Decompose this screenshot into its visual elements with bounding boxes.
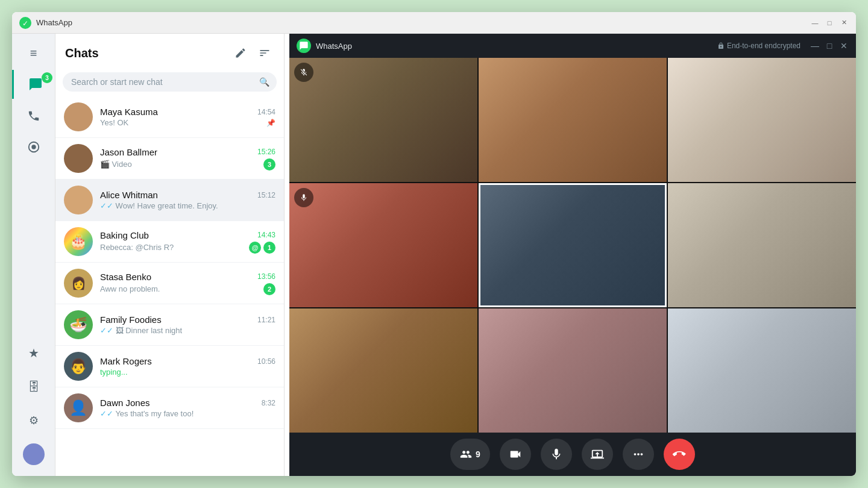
video-app-logo: [297, 39, 311, 53]
main-title-bar: ✓ WhatsApp — □ ✕: [12, 12, 856, 34]
video-title-bar: WhatsApp End-to-end endcrypted — □ ✕: [289, 34, 856, 58]
video-minimize-button[interactable]: —: [810, 41, 820, 51]
main-title: WhatsApp: [36, 18, 810, 27]
close-button[interactable]: ✕: [839, 18, 849, 28]
chat-name-jason: Jason Ballmer: [100, 147, 157, 157]
chat-time-alice: 15:12: [257, 191, 275, 199]
chat-name-alice: Alice Whitman: [100, 190, 158, 200]
new-chat-button[interactable]: [231, 43, 250, 63]
sidebar-item-archive[interactable]: 🗄: [19, 372, 48, 401]
maximize-button[interactable]: □: [825, 18, 834, 28]
sidebar-item-starred[interactable]: ★: [19, 339, 48, 368]
window-controls: — □ ✕: [810, 18, 849, 28]
participants-button[interactable]: 9: [450, 439, 490, 470]
chat-info-maya: Maya Kasuma 14:54 Yes! OK 📌: [100, 107, 275, 127]
chat-item-stasa[interactable]: 👩 Stasa Benko 13:56 Aww no problem. 2: [55, 263, 284, 304]
chat-name-dawn: Dawn Jones: [100, 398, 150, 408]
chat-time-family: 11:21: [257, 316, 275, 324]
video-cell-1: [289, 58, 477, 182]
main-content: ≡ 3 ★ 🗄 ⚙ Chats: [12, 34, 856, 476]
mic-button[interactable]: [541, 439, 572, 470]
more-options-button[interactable]: [623, 439, 654, 470]
svg-text:✓: ✓: [22, 19, 28, 28]
video-app-title: WhatsApp: [316, 42, 717, 51]
chats-title: Chats: [65, 46, 99, 60]
encryption-text: End-to-end endcrypted: [727, 42, 800, 50]
chat-item-family[interactable]: 🍜 Family Foodies 11:21 ✓✓ 🖼 Dinner last …: [55, 304, 284, 346]
sidebar-bottom: ★ 🗄 ⚙: [19, 339, 48, 471]
chat-name-baking: Baking Club: [100, 230, 149, 240]
chat-preview-stasa: Aww no problem.: [100, 284, 261, 293]
chat-preview-mark: typing...: [100, 368, 275, 377]
unread-badge-baking: 1: [263, 242, 275, 254]
chat-name-family: Family Foodies: [100, 314, 162, 325]
camera-button[interactable]: [500, 439, 531, 470]
chat-list: Maya Kasuma 14:54 Yes! OK 📌 Ja: [55, 96, 284, 476]
video-cell-2: [479, 58, 667, 182]
chat-item-mark[interactable]: 👨 Mark Rogers 10:56 typing...: [55, 346, 284, 387]
end-call-button[interactable]: [664, 439, 695, 470]
sidebar-item-calls[interactable]: [19, 101, 48, 130]
chat-preview-jason: 🎬 Video: [100, 160, 261, 169]
chat-item-dawn[interactable]: 👤 Dawn Jones 8:32 ✓✓ Yes that's my fave …: [55, 387, 284, 429]
app-window: ✓ WhatsApp — □ ✕ ≡ 3 ★ 🗄: [12, 12, 856, 476]
call-controls: 9: [289, 433, 856, 476]
avatar-stasa: 👩: [64, 269, 93, 298]
chat-preview-maya: Yes! OK: [100, 118, 266, 127]
chat-name-maya: Maya Kasuma: [100, 107, 158, 117]
chat-panel-actions: [231, 43, 274, 63]
chat-time-jason: 15:26: [257, 148, 275, 156]
chat-info-dawn: Dawn Jones 8:32 ✓✓ Yes that's my fave to…: [100, 398, 275, 418]
video-close-button[interactable]: ✕: [839, 41, 849, 51]
chat-time-baking: 14:43: [257, 231, 275, 239]
chat-item-alice[interactable]: Alice Whitman 15:12 ✓✓ Wow! Have great t…: [55, 180, 284, 221]
chat-info-baking: Baking Club 14:43 Rebecca: @Chris R? @ 1: [100, 230, 275, 254]
unread-badge-stasa: 2: [263, 283, 275, 295]
chat-panel-header: Chats: [55, 34, 284, 67]
video-cell-9: [668, 308, 856, 433]
sidebar-item-profile[interactable]: [19, 440, 48, 469]
chat-time-maya: 14:54: [257, 108, 275, 116]
chat-name-stasa: Stasa Benko: [100, 272, 151, 282]
encryption-label: End-to-end endcrypted: [717, 42, 800, 50]
sidebar-item-settings[interactable]: ⚙: [19, 406, 48, 435]
chat-info-jason: Jason Ballmer 15:26 🎬 Video 3: [100, 147, 275, 170]
sidebar-item-menu[interactable]: ≡: [19, 39, 48, 67]
minimize-button[interactable]: —: [810, 18, 820, 28]
app-logo-icon: ✓: [19, 17, 31, 29]
avatar-maya: [64, 102, 93, 131]
chat-item-baking[interactable]: 🎂 Baking Club 14:43 Rebecca: @Chris R? @…: [55, 221, 284, 263]
search-icon: 🔍: [259, 77, 269, 87]
screen-share-button[interactable]: [582, 439, 613, 470]
chat-name-mark: Mark Rogers: [100, 356, 152, 366]
filter-button[interactable]: [255, 43, 274, 63]
avatar-mark: 👨: [64, 352, 93, 381]
avatar-dawn: 👤: [64, 393, 93, 422]
svg-point-3: [31, 145, 36, 149]
sidebar: ≡ 3 ★ 🗄 ⚙: [12, 34, 55, 476]
participants-count: 9: [476, 449, 480, 459]
sidebar-item-chats[interactable]: 3: [12, 70, 55, 99]
avatar-family: 🍜: [64, 310, 93, 339]
video-maximize-button[interactable]: □: [825, 41, 834, 51]
video-cell-7: [289, 308, 477, 433]
sidebar-item-status[interactable]: [19, 133, 48, 161]
chat-item-maya[interactable]: Maya Kasuma 14:54 Yes! OK 📌: [55, 96, 284, 138]
search-input[interactable]: [63, 72, 277, 92]
chat-panel: Chats 🔍: [55, 34, 285, 476]
chat-info-mark: Mark Rogers 10:56 typing...: [100, 356, 275, 377]
video-window-controls: — □ ✕: [810, 41, 849, 51]
video-cell-4: [289, 183, 477, 307]
video-grid: [289, 58, 856, 433]
chat-preview-alice: ✓✓ Wow! Have great time. Enjoy.: [100, 201, 275, 210]
chat-info-alice: Alice Whitman 15:12 ✓✓ Wow! Have great t…: [100, 190, 275, 210]
video-call-window: WhatsApp End-to-end endcrypted — □ ✕: [289, 34, 856, 476]
chats-badge: 3: [42, 72, 52, 83]
avatar-jason: [64, 144, 93, 173]
video-cell-6: [668, 183, 856, 307]
chat-time-mark: 10:56: [257, 357, 275, 366]
pin-icon-maya: 📌: [266, 119, 275, 127]
mic-muted-icon-1: [294, 63, 313, 82]
chat-item-jason[interactable]: Jason Ballmer 15:26 🎬 Video 3: [55, 138, 284, 180]
mention-badge-baking: @: [249, 242, 261, 254]
